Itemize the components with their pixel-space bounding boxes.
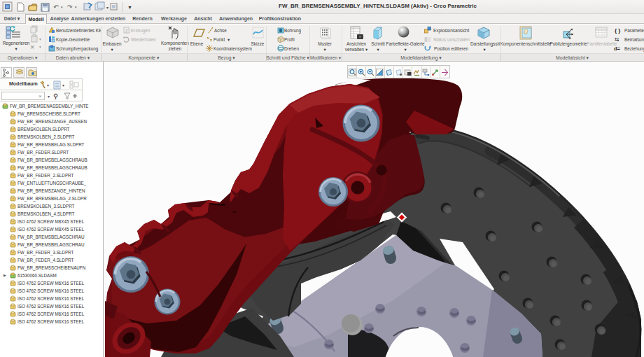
svg-text:⇆: ⇆ — [615, 36, 620, 43]
svg-text:↷: ↷ — [67, 4, 73, 10]
svg-text:⚲: ⚲ — [53, 92, 58, 100]
svg-text:▼: ▼ — [127, 5, 132, 10]
svg-text:×: × — [38, 93, 42, 99]
svg-text:▾: ▾ — [61, 5, 63, 9]
svg-text:▾: ▾ — [39, 45, 41, 49]
svg-text:▾: ▾ — [47, 83, 49, 88]
svg-text:▾: ▾ — [75, 5, 77, 9]
svg-text:▾: ▾ — [39, 37, 41, 41]
svg-text:▾: ▾ — [62, 83, 64, 88]
svg-text:▾: ▾ — [48, 94, 50, 99]
svg-text:▾: ▾ — [106, 6, 108, 10]
svg-text:↶: ↶ — [53, 4, 59, 10]
